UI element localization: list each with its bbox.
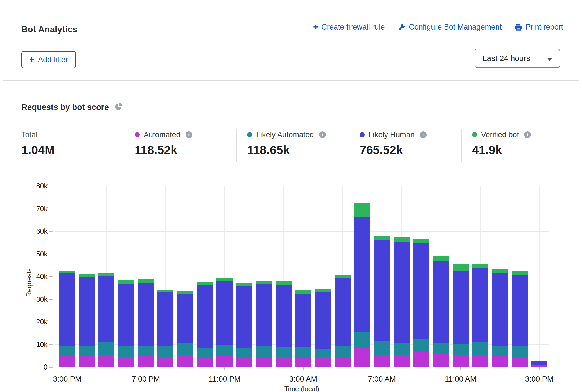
bar-segment-likely-automated[interactable]: [413, 339, 429, 352]
bar-6-00-pm[interactable]: [118, 280, 134, 367]
bar-segment-likely-automated[interactable]: [295, 347, 311, 358]
bar-segment-verified-bot[interactable]: [59, 271, 75, 273]
bar-segment-verified-bot[interactable]: [433, 256, 449, 261]
bar-segment-automated[interactable]: [413, 352, 429, 367]
bar-segment-automated[interactable]: [531, 366, 547, 367]
bar-7-00-am[interactable]: [374, 236, 390, 367]
bar-segment-verified-bot[interactable]: [354, 203, 370, 216]
bar-segment-automated[interactable]: [276, 357, 292, 367]
bar-1-00-pm[interactable]: [492, 269, 508, 367]
bar-segment-automated[interactable]: [216, 356, 233, 367]
bar-4-00-pm[interactable]: [79, 274, 95, 367]
bar-segment-verified-bot[interactable]: [492, 269, 508, 273]
bar-segment-verified-bot[interactable]: [413, 239, 429, 243]
bar-segment-likely-automated[interactable]: [394, 343, 410, 355]
bar-12-00-pm[interactable]: [472, 264, 488, 367]
bar-segment-likely-human[interactable]: [512, 275, 528, 346]
bar-1-00-am[interactable]: [256, 281, 272, 367]
bar-segment-automated[interactable]: [177, 355, 193, 367]
bar-12-00-am[interactable]: [236, 283, 252, 367]
bar-segment-likely-human[interactable]: [374, 240, 390, 341]
bar-8-00-am[interactable]: [394, 237, 410, 367]
bar-segment-likely-automated[interactable]: [98, 342, 114, 355]
bar-3-00-pm[interactable]: [59, 271, 75, 367]
bar-segment-likely-automated[interactable]: [59, 346, 75, 356]
bar-segment-automated[interactable]: [197, 358, 213, 367]
bar-segment-automated[interactable]: [335, 358, 351, 367]
bar-segment-likely-automated[interactable]: [315, 349, 331, 357]
bar-segment-verified-bot[interactable]: [374, 236, 390, 240]
bar-11-00-am[interactable]: [453, 264, 469, 367]
bar-segment-likely-automated[interactable]: [216, 345, 233, 356]
bar-segment-verified-bot[interactable]: [216, 278, 233, 281]
bar-segment-likely-automated[interactable]: [256, 346, 272, 358]
create-firewall-rule-link[interactable]: + Create firewall rule: [313, 23, 385, 31]
bar-segment-likely-human[interactable]: [531, 361, 547, 365]
bar-segment-verified-bot[interactable]: [138, 279, 154, 282]
bar-segment-likely-automated[interactable]: [433, 343, 449, 354]
bar-6-00-am[interactable]: [354, 203, 370, 367]
bar-segment-likely-automated[interactable]: [197, 348, 213, 358]
bar-8-00-pm[interactable]: [157, 290, 173, 367]
bar-segment-verified-bot[interactable]: [512, 271, 528, 275]
bar-segment-automated[interactable]: [374, 355, 390, 367]
info-icon[interactable]: i: [524, 131, 531, 138]
bar-segment-automated[interactable]: [138, 356, 154, 367]
bar-segment-automated[interactable]: [118, 357, 134, 367]
bar-segment-automated[interactable]: [433, 354, 449, 367]
bar-segment-likely-human[interactable]: [315, 292, 331, 349]
bar-5-00-pm[interactable]: [98, 273, 114, 367]
bar-9-00-pm[interactable]: [177, 291, 193, 367]
print-report-link[interactable]: Print report: [515, 23, 563, 31]
bar-segment-likely-human[interactable]: [276, 285, 292, 347]
bar-segment-likely-automated[interactable]: [374, 341, 390, 355]
bar-segment-likely-human[interactable]: [79, 277, 95, 346]
info-icon[interactable]: i: [319, 131, 326, 138]
bar-3-00-am[interactable]: [295, 290, 311, 367]
bar-segment-verified-bot[interactable]: [256, 281, 272, 284]
bar-segment-verified-bot[interactable]: [472, 264, 488, 268]
bar-11-00-pm[interactable]: [216, 278, 233, 367]
bar-segment-likely-human[interactable]: [453, 271, 469, 344]
bar-2-00-am[interactable]: [276, 281, 292, 367]
bar-10-00-am[interactable]: [433, 256, 449, 367]
bar-segment-automated[interactable]: [98, 355, 114, 367]
bar-5-00-am[interactable]: [335, 275, 351, 367]
bar-segment-verified-bot[interactable]: [453, 264, 469, 271]
info-icon[interactable]: i: [186, 131, 192, 138]
configure-bot-management-link[interactable]: Configure Bot Management: [398, 23, 502, 31]
bar-segment-likely-human[interactable]: [335, 278, 351, 346]
bar-segment-likely-human[interactable]: [472, 268, 488, 342]
bar-segment-likely-automated[interactable]: [118, 346, 134, 357]
bar-segment-likely-human[interactable]: [177, 294, 193, 343]
bar-segment-automated[interactable]: [472, 355, 488, 367]
bar-segment-verified-bot[interactable]: [295, 290, 311, 294]
bar-segment-likely-human[interactable]: [98, 276, 114, 342]
bar-segment-likely-automated[interactable]: [335, 346, 351, 358]
bar-segment-automated[interactable]: [492, 356, 508, 367]
bar-segment-likely-human[interactable]: [354, 217, 370, 332]
bar-segment-likely-human[interactable]: [59, 273, 75, 346]
bar-segment-likely-automated[interactable]: [79, 346, 95, 356]
bar-3-00-pm[interactable]: [531, 361, 547, 367]
bar-segment-likely-human[interactable]: [394, 242, 410, 343]
bar-segment-verified-bot[interactable]: [197, 282, 213, 285]
bar-segment-verified-bot[interactable]: [394, 237, 410, 242]
bar-segment-likely-automated[interactable]: [354, 332, 370, 347]
bar-segment-verified-bot[interactable]: [315, 289, 331, 292]
bar-segment-likely-automated[interactable]: [276, 347, 292, 357]
bar-segment-likely-automated[interactable]: [453, 344, 469, 355]
bar-segment-automated[interactable]: [453, 355, 469, 367]
bar-segment-automated[interactable]: [79, 356, 95, 367]
bar-segment-likely-human[interactable]: [138, 283, 154, 346]
bar-segment-verified-bot[interactable]: [79, 274, 95, 277]
bar-4-00-am[interactable]: [315, 289, 331, 367]
bar-segment-automated[interactable]: [295, 358, 311, 367]
bar-segment-verified-bot[interactable]: [157, 290, 173, 292]
bar-segment-likely-human[interactable]: [492, 273, 508, 346]
bar-segment-likely-human[interactable]: [236, 286, 252, 347]
bar-segment-likely-human[interactable]: [197, 285, 213, 348]
time-range-select[interactable]: Last 24 hours: [475, 49, 560, 68]
bar-segment-likely-automated[interactable]: [512, 346, 528, 356]
bar-segment-automated[interactable]: [354, 348, 370, 367]
